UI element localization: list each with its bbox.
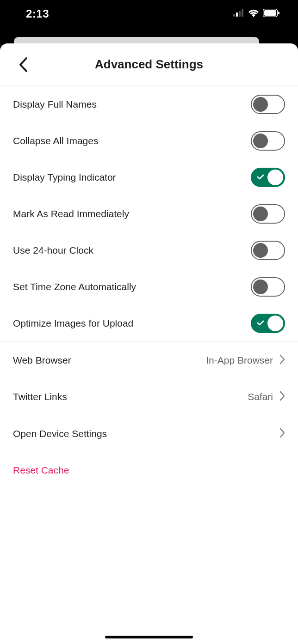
toggle-use-24-hour-clock[interactable] — [251, 241, 285, 260]
toggle-mark-as-read-immediately[interactable] — [251, 204, 285, 224]
toggle-set-time-zone-automatically[interactable] — [251, 277, 285, 297]
row-label: Collapse All Images — [13, 135, 98, 146]
row-collapse-all-images: Collapse All Images — [0, 122, 298, 159]
row-open-device-settings[interactable]: Open Device Settings — [0, 415, 298, 452]
row-label: Web Browser — [13, 355, 71, 366]
svg-rect-2 — [239, 11, 241, 17]
row-label: Optimize Images for Upload — [13, 318, 133, 329]
row-reset-cache[interactable]: Reset Cache — [0, 452, 298, 488]
row-set-time-zone-automatically: Set Time Zone Automatically — [0, 268, 298, 305]
svg-rect-0 — [233, 14, 235, 17]
cellular-icon — [233, 9, 244, 18]
svg-rect-3 — [242, 9, 243, 17]
row-use-24-hour-clock: Use 24-hour Clock — [0, 232, 298, 268]
row-label: Open Device Settings — [13, 428, 107, 439]
chevron-left-icon — [19, 57, 28, 73]
toggle-display-typing-indicator[interactable] — [251, 168, 285, 187]
row-web-browser[interactable]: Web Browser In-App Browser — [0, 342, 298, 378]
row-label: Twitter Links — [13, 391, 67, 402]
row-optimize-images-for-upload: Optimize Images for Upload — [0, 305, 298, 341]
status-time: 2:13 — [26, 7, 49, 20]
toggles-section: Display Full Names Collapse All Images D… — [0, 86, 298, 342]
svg-rect-5 — [264, 10, 276, 16]
row-display-full-names: Display Full Names — [0, 86, 298, 122]
row-mark-as-read-immediately: Mark As Read Immediately — [0, 195, 298, 232]
status-icons — [233, 9, 279, 19]
home-indicator[interactable] — [105, 636, 193, 638]
check-icon — [257, 173, 264, 182]
chevron-right-icon — [279, 391, 285, 403]
row-label: Display Full Names — [13, 99, 97, 110]
nav-header: Advanced Settings — [0, 43, 298, 86]
row-label: Display Typing Indicator — [13, 172, 116, 183]
row-label: Reset Cache — [13, 465, 69, 476]
svg-rect-6 — [278, 12, 279, 14]
settings-sheet: Advanced Settings Display Full Names Col… — [0, 43, 298, 644]
row-label: Use 24-hour Clock — [13, 245, 93, 256]
row-value: Safari — [248, 391, 273, 402]
toggle-optimize-images-for-upload[interactable] — [251, 314, 285, 333]
status-bar: 2:13 — [0, 0, 298, 28]
browser-section: Web Browser In-App Browser Twitter Links… — [0, 342, 298, 415]
page-title: Advanced Settings — [95, 57, 203, 72]
check-icon — [257, 319, 264, 328]
row-twitter-links[interactable]: Twitter Links Safari — [0, 378, 298, 415]
back-button[interactable] — [13, 55, 33, 75]
toggle-collapse-all-images[interactable] — [251, 131, 285, 151]
chevron-right-icon — [279, 428, 285, 440]
battery-icon — [263, 9, 279, 19]
row-label: Mark As Read Immediately — [13, 208, 129, 219]
row-value: In-App Browser — [206, 355, 273, 366]
toggle-display-full-names[interactable] — [251, 95, 285, 114]
svg-rect-1 — [236, 12, 238, 17]
row-display-typing-indicator: Display Typing Indicator — [0, 159, 298, 195]
actions-section: Open Device Settings Reset Cache — [0, 415, 298, 488]
row-label: Set Time Zone Automatically — [13, 281, 136, 292]
tab-strip — [0, 28, 298, 45]
wifi-icon — [248, 9, 259, 19]
chevron-right-icon — [279, 354, 285, 366]
